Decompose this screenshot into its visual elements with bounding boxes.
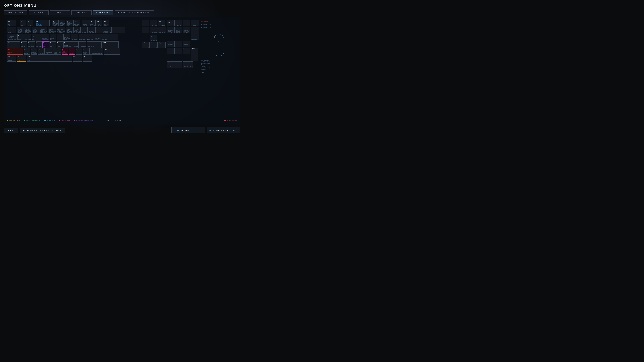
key-f1[interactable]: F1 Moblas <box>20 20 26 26</box>
tab-keybindings[interactable]: KEYBINDINGS <box>93 10 113 15</box>
key-lbracket[interactable]: [ Reject Invite /Spawn? <box>94 34 100 40</box>
key-num-del[interactable]: . AC Clear Current Save* <box>183 61 193 68</box>
key-num5[interactable]: 5 Shields ResetLoad / Save S* <box>175 41 182 47</box>
key-end[interactable]: End AC Def Decrease <box>150 27 158 33</box>
key-backspace[interactable]: Back <box>112 27 125 33</box>
key-o[interactable]: O Shields On/ Off <box>79 34 86 40</box>
key-u[interactable]: U Power On/ OffM1 EmergencyExit Self <box>64 34 70 40</box>
key-g[interactable]: G Toggle GimbalLock <box>49 41 56 48</box>
tab-graphics[interactable]: GRAPHICS <box>28 10 49 15</box>
key-backtick[interactable]: ~ Console <box>7 27 16 33</box>
key-up[interactable]: Up AC Y Offset Pos <box>150 35 157 41</box>
key-num-minus[interactable]: - AC Decrease FOV <box>191 20 199 26</box>
key-space[interactable]: Space Strafe Up <box>27 55 72 61</box>
key-w[interactable]: W Strafe Forward <box>24 34 31 40</box>
key-t[interactable]: T Exit Seat/Eject! <box>50 34 56 40</box>
key-home[interactable]: Home AC Def Increase <box>150 20 158 26</box>
key-1[interactable]: 1 Pin Index 1Toggle LockM1 Pin Index 1To… <box>17 27 24 33</box>
key-rctrl[interactable]: Ctrl <box>83 55 92 61</box>
key-e[interactable]: E Flight ReadsCycle SelectionForwardM1 R… <box>32 34 41 41</box>
key-rbracket[interactable]: ] Accept Invite <box>101 34 108 40</box>
key-right[interactable]: Right AC X Offset Pos <box>158 42 166 48</box>
key-semicolon[interactable]: ; Activate Chat Box <box>87 41 95 48</box>
key-f7[interactable]: F7 IncreaseWeapon Power(DecreaseOthers) <box>66 20 73 26</box>
key-n[interactable]: N Landing ModeToggle /Engage GT /LM Auto… <box>62 48 68 55</box>
key-j[interactable]: J Cycle CMM1 Affliction Cargo <box>64 41 72 48</box>
key-f11[interactable]: F11 Contacts /2D UI Cursor <box>96 20 102 26</box>
key-down[interactable]: Down AC Y Offset Neg <box>150 42 158 48</box>
tab-audio[interactable]: AUDIO <box>50 10 70 15</box>
key-num8[interactable]: 8 Shield RaiseLevel FrontLoad / Save S* <box>175 27 182 33</box>
key-ralt[interactable]: Alt <box>72 55 82 61</box>
key-insert[interactable]: Insert <box>142 20 150 26</box>
key-x[interactable]: X SpacebrakeM1 Wipe Visor <box>31 48 38 55</box>
key-f3[interactable]: F3 CycleCamera View /Advanced Cam <box>36 20 43 26</box>
key-h[interactable]: H Launch CM <box>56 41 63 48</box>
key-lshift[interactable]: Shift AfterburnerModifier 2 <box>7 48 23 55</box>
key-lalt[interactable]: Alt Modifier 1 <box>17 55 26 61</box>
key-f5[interactable]: F5 IncreaseEngine Power(DecreaseOthers) <box>52 20 58 26</box>
key-i[interactable]: I Engines On/ Off <box>71 34 78 40</box>
key-del[interactable]: Del <box>142 27 150 33</box>
key-b[interactable]: B Speed GT Drive /Engage GT* <box>53 48 61 55</box>
key-q[interactable]: Q Roll Left <box>18 34 24 40</box>
key-f6[interactable]: F6 IncreaseShield Power(DecreaseOthers) <box>59 20 66 26</box>
key-5[interactable]: 5 Cycle HostileTargetsM1 Repeat HostileT… <box>48 27 56 33</box>
key-m[interactable]: M Mining Mode <box>69 48 75 55</box>
key-pgup[interactable]: Pgup AC Z Offset Pos <box>158 20 165 26</box>
key-f4[interactable]: F4 <box>43 20 50 26</box>
key-num-enter[interactable]: Enter <box>191 48 198 61</box>
key-num7[interactable]: 7 Shield RaiseLevel TopLoad / Save S* <box>167 27 174 33</box>
key-a[interactable]: A Strafe Left <box>21 41 27 48</box>
back-button[interactable]: BACK <box>4 128 18 133</box>
key-f8[interactable]: F8 Reset PowerDistribution <box>74 20 80 26</box>
key-l[interactable]: L Toggle LightsM1 Toggle Lock <box>79 41 86 48</box>
key-f9[interactable]: F9 DecreasePower / Min** <box>82 20 88 26</box>
tab-controls[interactable]: CONTROLS <box>72 10 92 15</box>
key-num3[interactable]: 3 Load / Save S* <box>183 48 190 54</box>
key-f12[interactable]: F12 Toggle ChatWindow <box>103 20 109 26</box>
key-7[interactable]: 7 Cycle AllTargetsM1 Repeat AllTargets C… <box>66 27 73 33</box>
key-s[interactable]: S Strafe Backward <box>28 41 35 48</box>
key-num9[interactable]: 9 Shield RaiseLevel Bottomr /Load / Save… <box>183 27 190 33</box>
key-period[interactable]: . AI TurretsToggle <box>82 48 89 55</box>
key-f2[interactable]: F2 Starmap <box>27 20 33 26</box>
key-r[interactable]: R Reticle LockM1 Unlock Target <box>41 34 49 40</box>
key-num-slash[interactable]: / AC Reset View <box>175 20 182 26</box>
key-k[interactable]: K VTOL Toggle <box>72 41 79 48</box>
key-v[interactable]: V Decoupled ModeToggle <box>45 48 53 55</box>
key-c[interactable]: C Cruise Control <box>38 48 44 55</box>
key-num2[interactable]: 2 Shields ResetLevel Back /Load / Save S… <box>175 48 182 54</box>
key-tab[interactable]: Tab Scan Mode ToggleScoreboard*P.A.TM1 F… <box>7 34 17 40</box>
key-lctrl[interactable]: Ctrl Strafe Down <box>7 55 16 61</box>
key-0[interactable]: 0 Respawn AllPinned Targets <box>88 27 95 33</box>
key-num0[interactable]: 0 Load / Save S* <box>167 61 182 68</box>
key-8[interactable]: 8 Cycle Sub-TargetsM1 Repeat SubTargets … <box>74 27 81 33</box>
flight-mode-button[interactable]: ▶ FLIGHT <box>172 127 205 133</box>
key-9[interactable]: 9 Null Target <box>81 27 88 33</box>
key-equals[interactable]: + EA Re-Spawn/Stop Destruct Toggle <box>102 27 111 33</box>
key-minus[interactable]: - <box>96 27 102 33</box>
key-caps[interactable]: Caps <box>7 41 20 48</box>
key-f[interactable]: F InteractionMode <box>42 41 49 48</box>
tab-game-settings[interactable]: GAME SETTINGS <box>4 10 27 15</box>
key-z[interactable]: Z Freelook* <box>24 48 30 55</box>
advanced-controls-button[interactable]: ADVANCED CONTROLS CUSTOMIZATION <box>20 128 65 133</box>
key-enter[interactable]: Enter <box>102 41 118 48</box>
key-y[interactable]: Y <box>56 34 63 40</box>
key-backslash[interactable]: \ <box>108 34 118 40</box>
key-f10[interactable]: F10 Increase2D UI Cursor <box>89 20 96 26</box>
key-left[interactable]: Left AC X Offset Neg <box>142 42 150 48</box>
key-numlock[interactable]: NumLock <box>167 20 174 26</box>
key-num6[interactable]: 6 Shield RaiseLevel Right /Load / Save S… <box>183 41 190 47</box>
key-pgdn[interactable]: Pgdown AC Z Offset Neg <box>158 27 166 33</box>
key-slash[interactable]: / Cycle Mouse Aim Mode (HOMAS) <box>90 48 104 55</box>
key-num4[interactable]: 4 Shield RaiseLevel LeftLoad / Save S* <box>167 41 174 47</box>
key-p[interactable]: P Weapons On/Off <box>86 34 94 40</box>
key-4[interactable]: 4 Cycle AttackerTargetsM1 Reset Attacker… <box>39 27 48 33</box>
key-6[interactable]: 6 Cycle FriendlyTargetsM1 Repeat Friendl… <box>57 27 66 33</box>
key-num1[interactable]: 1 Load / Save S* <box>167 48 174 54</box>
tab-comms[interactable]: COMMS, FOIP & HEAD TRACKING <box>115 10 154 15</box>
key-num-plus[interactable]: + AC Increase FOV <box>191 27 199 40</box>
key-comma[interactable]: , <box>76 48 82 55</box>
